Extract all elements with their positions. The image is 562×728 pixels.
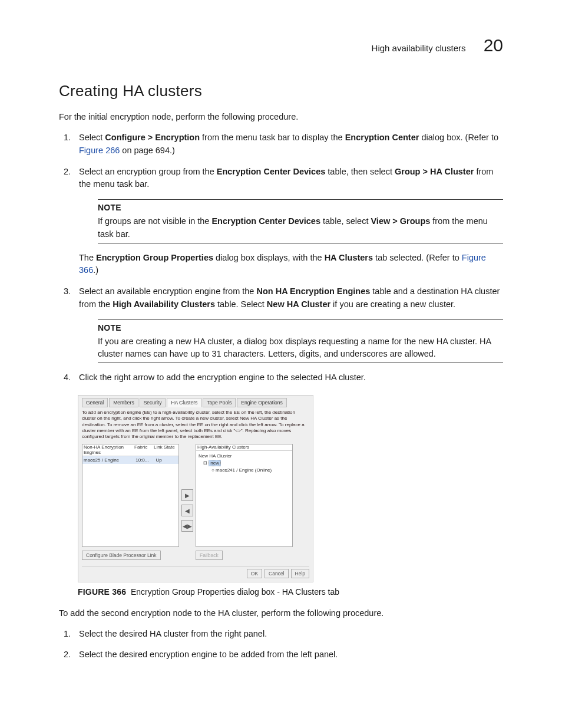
intro-text: For the initial encryption node, perform… [59, 111, 503, 123]
procedure-list-1: Select Configure > Encryption from the m… [59, 131, 503, 384]
ok-button[interactable]: OK [247, 569, 262, 578]
step-1: Select Configure > Encryption from the m… [73, 131, 503, 157]
cancel-button[interactable]: Cancel [265, 569, 288, 578]
tab-security[interactable]: Security [140, 398, 166, 407]
tab-general[interactable]: General [82, 398, 108, 407]
second-step-2: Select the desired encryption engine to … [73, 648, 503, 661]
dialog-tabs: General Members Security HA Clusters Tap… [82, 398, 309, 407]
second-step-1: Select the desired HA cluster from the r… [73, 628, 503, 641]
configure-blade-button[interactable]: Configure Blade Processor Link [82, 551, 161, 560]
step-2: Select an encryption group from the Encr… [73, 166, 503, 278]
figure-caption: FIGURE 366 Encryption Group Properties d… [78, 587, 503, 597]
tab-members[interactable]: Members [109, 398, 138, 407]
section-title: Creating HA clusters [59, 82, 503, 100]
tab-ha-clusters[interactable]: HA Clusters [167, 398, 201, 407]
arrow-swap-icon[interactable]: ◀▶ [181, 520, 193, 532]
tab-engine-operations[interactable]: Engine Operations [237, 398, 286, 407]
chapter-number: 20 [484, 35, 503, 55]
ha-clusters-tree[interactable]: High-Availability Clusters New HA Cluste… [196, 444, 293, 547]
dialog-instruction: To add an encryption engine (EE) to a hi… [82, 410, 309, 440]
failback-button[interactable]: Failback [196, 551, 223, 560]
non-ha-engines-table[interactable]: Non-HA Encryption Engines Fabric Link St… [82, 444, 179, 547]
table-row[interactable]: mace25 / Engine 10:0... Up [82, 456, 178, 464]
tree-leaf[interactable]: mace241 / Engine (Online) [216, 467, 272, 473]
sub-paragraph-1: The Encryption Group Properties dialog b… [79, 252, 503, 278]
second-proc-intro: To add the second encryption node to the… [59, 607, 503, 620]
step-3: Select an available encryption engine fr… [73, 285, 503, 363]
tab-tape-pools[interactable]: Tape Pools [203, 398, 236, 407]
note-2: NOTE If you are creating a new HA cluste… [98, 319, 503, 364]
note-1: NOTE If groups are not visible in the En… [98, 199, 503, 243]
running-head: High availability clusters [372, 43, 466, 53]
arrow-right-icon[interactable]: ▶ [181, 489, 193, 501]
arrow-left-icon[interactable]: ◀ [181, 505, 193, 516]
procedure-list-2: Select the desired HA cluster from the r… [59, 628, 503, 662]
tree-root[interactable]: New HA Cluster [199, 453, 290, 460]
step-4: Click the right arrow to add the encrypt… [73, 371, 503, 384]
figure-266-link[interactable]: Figure 266 [79, 146, 120, 155]
figure-366-dialog: General Members Security HA Clusters Tap… [78, 395, 313, 582]
help-button[interactable]: Help [291, 569, 309, 578]
tree-selected[interactable]: new [209, 460, 221, 466]
